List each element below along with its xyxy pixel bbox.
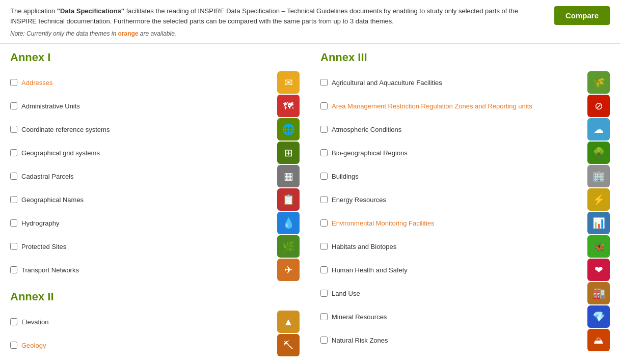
- item-checkbox[interactable]: [320, 102, 328, 109]
- item-icon: ⊘: [587, 95, 610, 117]
- list-item: Atmospheric Conditions☁: [320, 118, 610, 141]
- item-icon: 🗺: [277, 95, 300, 117]
- item-label: Geographical grid systems: [21, 149, 100, 157]
- item-label: Bio-geographical Regions: [332, 149, 408, 157]
- item-checkbox[interactable]: [320, 79, 328, 86]
- item-checkbox[interactable]: [10, 173, 17, 180]
- item-icon: 🏭: [587, 282, 610, 304]
- item-left-10: Mineral Resources: [320, 313, 587, 321]
- item-icon: ▲: [277, 311, 300, 333]
- item-checkbox[interactable]: [10, 318, 17, 325]
- annex1-title: Annex I: [10, 51, 300, 64]
- item-checkbox[interactable]: [320, 219, 328, 227]
- note-text: Note: Currently only the data themes in: [10, 30, 118, 37]
- item-icon: ✉: [277, 71, 300, 94]
- list-item: Human Health and Safety❤: [320, 259, 610, 281]
- item-left-7: Habitats and Biotopes: [320, 243, 587, 250]
- item-icon: 📋: [277, 188, 300, 211]
- item-checkbox[interactable]: [10, 102, 17, 109]
- list-item: Area Management Restriction Regulation Z…: [320, 95, 610, 117]
- item-label[interactable]: Area Management Restriction Regulation Z…: [332, 102, 532, 110]
- item-icon: 🌳: [587, 142, 610, 164]
- item-icon: ▦: [277, 165, 300, 187]
- list-item: Energy Resources⚡: [320, 188, 610, 211]
- item-checkbox[interactable]: [320, 196, 328, 203]
- item-icon: 🦋: [587, 235, 610, 258]
- item-icon: ❤: [587, 259, 610, 281]
- list-item: Protected Sites🌿: [10, 235, 300, 258]
- item-label: Elevation: [21, 318, 48, 326]
- item-checkbox[interactable]: [10, 126, 17, 133]
- item-left-5: Energy Resources: [320, 196, 587, 204]
- item-label: Atmospheric Conditions: [332, 126, 401, 133]
- compare-button[interactable]: Compare: [554, 6, 610, 25]
- item-label: Land Use: [332, 290, 360, 297]
- item-icon: ⛰: [587, 329, 610, 351]
- list-item: Geographical grid systems⊞: [10, 142, 300, 164]
- list-item: Bio-geographical Regions🌳: [320, 142, 610, 164]
- item-left-1: Area Management Restriction Regulation Z…: [320, 102, 587, 110]
- item-checkbox[interactable]: [10, 219, 17, 227]
- item-label: Protected Sites: [21, 243, 66, 250]
- item-checkbox[interactable]: [320, 173, 328, 180]
- list-item: Agricultural and Aquaculture Facilities🌾: [320, 71, 610, 94]
- item-checkbox[interactable]: [10, 243, 17, 250]
- item-left-0: Agricultural and Aquaculture Facilities: [320, 79, 587, 87]
- item-left-4: Buildings: [320, 173, 587, 180]
- item-checkbox[interactable]: [320, 313, 328, 320]
- item-label: Transport Networks: [21, 266, 79, 274]
- note: Note: Currently only the data themes in …: [10, 29, 530, 38]
- intro-paragraph: The application "Data Specifications" fa…: [10, 6, 530, 26]
- item-label: Habitats and Biotopes: [332, 243, 396, 250]
- list-item: Habitats and Biotopes🦋: [320, 235, 610, 258]
- left-column: Annex I Addresses✉Administrative Units🗺C…: [10, 49, 310, 357]
- item-icon: 🌾: [587, 71, 610, 94]
- item-label[interactable]: Environmental Monitoring Facilities: [332, 219, 435, 227]
- list-item: Geographical Names📋: [10, 188, 300, 211]
- item-icon: ✈: [277, 259, 300, 281]
- item-label: Administrative Units: [21, 102, 80, 110]
- item-checkbox[interactable]: [10, 196, 17, 203]
- item-checkbox[interactable]: [10, 149, 17, 156]
- app-name: "Data Specifications": [57, 7, 124, 15]
- list-item: Transport Networks✈: [10, 259, 300, 281]
- item-checkbox[interactable]: [320, 337, 328, 344]
- right-column: Annex III Agricultural and Aquaculture F…: [310, 49, 610, 357]
- item-left-7: Protected Sites: [10, 243, 277, 250]
- item-icon: 💧: [277, 212, 300, 234]
- item-left-6: Environmental Monitoring Facilities: [320, 219, 587, 227]
- item-checkbox[interactable]: [10, 79, 17, 86]
- item-icon: 🏢: [587, 165, 610, 187]
- item-icon: ⚡: [587, 188, 610, 211]
- item-left-1: Administrative Units: [10, 102, 277, 110]
- item-left-3: Geographical grid systems: [10, 149, 277, 157]
- item-icon: 🌿: [277, 235, 300, 258]
- list-item: Administrative Units🗺: [10, 95, 300, 117]
- item-left-8: Human Health and Safety: [320, 266, 587, 274]
- item-icon: ⊞: [277, 142, 300, 164]
- annex2-title: Annex II: [10, 290, 300, 303]
- annex3-title: Annex III: [320, 51, 610, 64]
- item-label: Energy Resources: [332, 196, 386, 204]
- item-checkbox[interactable]: [320, 243, 328, 250]
- item-checkbox[interactable]: [320, 266, 328, 273]
- item-label[interactable]: Geology: [21, 342, 46, 349]
- item-checkbox[interactable]: [320, 149, 328, 156]
- item-label: Natural Risk Zones: [332, 337, 388, 344]
- item-label[interactable]: Addresses: [21, 79, 52, 87]
- item-left-11: Natural Risk Zones: [320, 337, 587, 344]
- item-label: Coordinate reference systems: [21, 126, 110, 133]
- item-checkbox[interactable]: [10, 266, 17, 273]
- item-checkbox[interactable]: [320, 126, 328, 133]
- item-checkbox[interactable]: [10, 342, 17, 349]
- item-left-4: Cadastral Parcels: [10, 173, 277, 180]
- item-label: Hydrography: [21, 219, 59, 227]
- item-checkbox[interactable]: [320, 290, 328, 297]
- item-icon: ⛏: [277, 334, 300, 356]
- annex2-items: Elevation▲Geology⛏: [10, 311, 300, 356]
- item-left-2: Atmospheric Conditions: [320, 126, 587, 133]
- list-item: Coordinate reference systems🌐: [10, 118, 300, 141]
- item-left-0: Addresses: [10, 79, 277, 87]
- item-left-2: Coordinate reference systems: [10, 126, 277, 133]
- list-item: Mineral Resources💎: [320, 305, 610, 328]
